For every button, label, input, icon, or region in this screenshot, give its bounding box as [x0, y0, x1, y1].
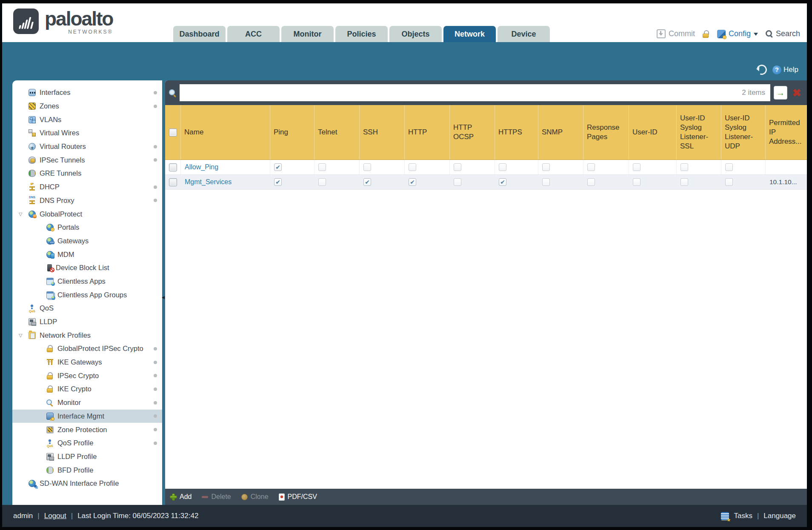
response_pages-checkbox[interactable]: ✔	[587, 178, 595, 186]
sidebar-item-bfd-profile[interactable]: BFD Profile	[12, 463, 162, 477]
sidebar-item-mdm[interactable]: MDM	[12, 248, 162, 261]
sidebar-item-qos-profile[interactable]: QoS Profile	[12, 436, 162, 450]
sidebar-item-lldp-profile[interactable]: LLDP Profile	[12, 450, 162, 464]
sidebar-item-dhcp[interactable]: DHCP	[12, 180, 162, 194]
tab-dashboard[interactable]: Dashboard	[173, 26, 226, 42]
sidebar-item-clientless-app-groups[interactable]: Clientless App Groups	[12, 288, 162, 302]
commit-button[interactable]: Commit	[657, 29, 695, 38]
column-header-http-ocsp[interactable]: HTTP OCSP	[450, 105, 495, 160]
lock-button[interactable]	[703, 30, 709, 38]
sidebar-item-ipsec-tunnels[interactable]: IPSec Tunnels	[12, 153, 162, 167]
sidebar-collapse-handle[interactable]	[162, 295, 165, 299]
user_id_syslog_listener_udp-checkbox[interactable]: ✔	[725, 178, 733, 186]
apply-filter-button[interactable]	[774, 86, 787, 100]
tab-objects[interactable]: Objects	[389, 26, 442, 42]
collapse-toggle-icon[interactable]: ▽	[19, 333, 22, 338]
sidebar-item-dns-proxy[interactable]: DNS Proxy	[12, 194, 162, 208]
clear-filter-button[interactable]	[791, 86, 803, 99]
sidebar-item-virtual-routers[interactable]: Virtual Routers	[12, 140, 162, 154]
http_ocsp-checkbox[interactable]: ✔	[454, 163, 461, 171]
sidebar-item-zones[interactable]: Zones	[12, 100, 162, 113]
tab-network[interactable]: Network	[443, 26, 496, 42]
tab-device[interactable]: Device	[497, 26, 550, 42]
sidebar-item-portals[interactable]: Portals	[12, 221, 162, 234]
tasks-button[interactable]: Tasks	[734, 512, 752, 520]
filter-input[interactable]	[185, 88, 742, 97]
global-search-button[interactable]: Search	[766, 29, 800, 38]
column-header-response-pages[interactable]: Response Pages	[583, 105, 629, 160]
column-header-permitted-ip-address[interactable]: Permitted IP Address...	[766, 105, 807, 160]
sidebar-item-clientless-apps[interactable]: Clientless Apps	[12, 275, 162, 288]
column-header-ping[interactable]: Ping	[270, 105, 315, 160]
row-select-checkbox[interactable]	[169, 163, 177, 171]
profile-name-link[interactable]: Mgmt_Services	[185, 178, 232, 186]
pdf-csv-button[interactable]: PDF/CSV	[279, 493, 317, 501]
snmp-cell: ✔	[538, 160, 583, 174]
sidebar-item-sd-wan-interface-profile[interactable]: SD-WAN Interface Profile	[12, 477, 162, 490]
sidebar-item-monitor[interactable]: Monitor	[12, 396, 162, 410]
http_ocsp-checkbox[interactable]: ✔	[454, 178, 461, 186]
sidebar-item-virtual-wires[interactable]: Virtual Wires	[12, 126, 162, 140]
user_id_syslog_listener_ssl-checkbox[interactable]: ✔	[680, 163, 688, 171]
sidebar-item-ike-gateways[interactable]: IKE Gateways	[12, 356, 162, 369]
sidebar-item-globalprotect[interactable]: ▽GlobalProtect	[12, 207, 162, 221]
lock-icon	[46, 372, 54, 379]
user_id_syslog_listener_udp-checkbox[interactable]: ✔	[725, 163, 733, 171]
https-cell: ✔	[495, 160, 538, 174]
snmp-checkbox[interactable]: ✔	[542, 178, 550, 186]
profile-name-link[interactable]: Allow_Ping	[185, 163, 218, 171]
ping-checkbox[interactable]: ✔	[274, 178, 282, 186]
http-checkbox[interactable]: ✔	[409, 178, 416, 186]
sidebar-item-device-block-list[interactable]: Device Block List	[12, 261, 162, 275]
https-checkbox[interactable]: ✔	[499, 178, 506, 186]
select-all-checkbox[interactable]	[169, 128, 177, 137]
column-header-user-id-syslog-listener-udp[interactable]: User-ID Syslog Listener-UDP	[721, 105, 766, 160]
tab-acc[interactable]: ACC	[227, 26, 280, 42]
ssh-checkbox[interactable]: ✔	[363, 163, 371, 171]
sidebar-item-lldp[interactable]: LLDP	[12, 315, 162, 329]
row-select-checkbox[interactable]	[169, 178, 177, 186]
response_pages-checkbox[interactable]: ✔	[587, 163, 595, 171]
portals-icon	[46, 224, 54, 231]
ping-checkbox[interactable]: ✔	[274, 163, 282, 171]
sidebar-item-qos[interactable]: QoS	[12, 302, 162, 315]
column-header-ssh[interactable]: SSH	[360, 105, 405, 160]
config-dropdown[interactable]: Config	[717, 29, 758, 38]
sidebar-item-interfaces[interactable]: Interfaces	[12, 86, 162, 100]
user_id-checkbox[interactable]: ✔	[633, 163, 640, 171]
sidebar-item-gre-tunnels[interactable]: GRE Tunnels	[12, 167, 162, 180]
column-header-https[interactable]: HTTPS	[495, 105, 538, 160]
column-header-http[interactable]: HTTP	[405, 105, 450, 160]
tab-monitor[interactable]: Monitor	[281, 26, 334, 42]
ssh-checkbox[interactable]: ✔	[363, 178, 371, 186]
sidebar-item-globalprotect-ipsec-crypto[interactable]: GlobalProtect IPSec Crypto	[12, 342, 162, 356]
column-header-name[interactable]: Name	[181, 105, 270, 160]
sidebar-item-ipsec-crypto[interactable]: IPSec Crypto	[12, 369, 162, 382]
snmp-checkbox[interactable]: ✔	[542, 163, 550, 171]
sidebar-item-zone-protection[interactable]: Zone Protection	[12, 423, 162, 436]
user_id-checkbox[interactable]: ✔	[633, 178, 640, 186]
sidebar-item-gateways[interactable]: Gateways	[12, 234, 162, 248]
sidebar-item-interface-mgmt[interactable]: Interface Mgmt	[12, 410, 162, 423]
https-checkbox[interactable]: ✔	[499, 163, 506, 171]
add-button[interactable]: Add	[170, 493, 192, 501]
sidebar-item-vlans[interactable]: VLANs	[12, 113, 162, 126]
telnet-cell: ✔	[315, 175, 360, 189]
device-block-list-icon	[47, 264, 52, 271]
column-header-telnet[interactable]: Telnet	[315, 105, 360, 160]
sidebar-item-ike-crypto[interactable]: IKE Crypto	[12, 382, 162, 396]
collapse-toggle-icon[interactable]: ▽	[19, 211, 22, 217]
column-header-user-id-syslog-listener-ssl[interactable]: User-ID Syslog Listener-SSL	[677, 105, 721, 160]
tab-policies[interactable]: Policies	[335, 26, 388, 42]
telnet-checkbox[interactable]: ✔	[318, 163, 326, 171]
http-checkbox[interactable]: ✔	[409, 163, 416, 171]
help-button[interactable]: Help	[772, 66, 798, 74]
logout-link[interactable]: Logout	[44, 512, 66, 520]
column-header-user-id[interactable]: User-ID	[629, 105, 677, 160]
language-button[interactable]: Language	[763, 512, 796, 520]
refresh-icon[interactable]	[755, 63, 769, 77]
sidebar-item-network-profiles[interactable]: ▽Network Profiles	[12, 328, 162, 342]
user_id_syslog_listener_ssl-checkbox[interactable]: ✔	[680, 178, 688, 186]
column-header-snmp[interactable]: SNMP	[538, 105, 583, 160]
telnet-checkbox[interactable]: ✔	[318, 178, 326, 186]
